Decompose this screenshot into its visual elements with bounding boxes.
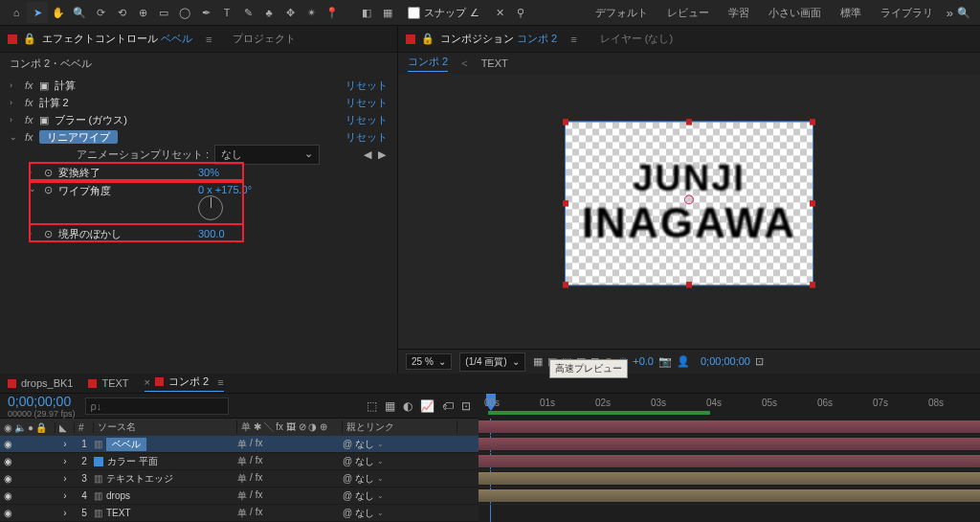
effect-row[interactable]: ›fx計算 2リセット [0,94,397,111]
tool-search-icon[interactable]: ⚲ [510,2,531,23]
fill-swatch-icon[interactable]: ◧ [356,2,377,23]
layer-bounding-box[interactable]: JUNJI INAGAWA [565,121,813,285]
resize-handle[interactable] [563,282,568,287]
clone-tool-icon[interactable]: ♣ [258,2,279,23]
label-col-icon[interactable]: ◣ [56,422,75,433]
prop-value[interactable]: 300.0 [198,228,225,239]
twirl-icon[interactable]: › [10,80,19,90]
crumb-active[interactable]: コンポ 2 [408,55,448,72]
shy-icon[interactable]: 单 [237,438,247,451]
roto-tool-icon[interactable]: ✴ [301,2,322,23]
eye-icon[interactable]: ◉ [4,508,12,518]
chevron-down-icon[interactable]: ⌄ [377,509,384,517]
twirl-icon[interactable]: › [63,473,66,484]
draft-3d-icon[interactable]: 🏷 [442,399,454,413]
timeline-search-input[interactable] [85,397,229,415]
show-snapshot-icon[interactable]: 👤 [677,355,690,368]
prop-value[interactable]: 30% [198,167,219,178]
prop-value[interactable]: 0 x +175.0° [198,184,252,195]
twirl-icon[interactable]: ⌄ [29,184,38,193]
lock-icon[interactable]: 🔒 [421,33,434,45]
reset-link[interactable]: リセット [345,79,388,93]
shy-icon[interactable]: ⬚ [367,399,377,413]
layer-tab-dim[interactable]: レイヤー (なし) [600,32,673,46]
preset-nav[interactable]: ◀ ▶ [364,148,388,161]
zoom-select[interactable]: 25 % ⌄ [406,353,452,370]
effect-row[interactable]: ›fx▣ブラー (ガウス)リセット [0,111,397,128]
twirl-icon[interactable]: ⌄ [10,132,19,142]
chevron-down-icon[interactable]: ⌄ [377,457,384,465]
fx-checkbox-icon[interactable]: ▣ [39,79,49,92]
snapshot-icon[interactable]: 📷 [658,355,672,368]
brush-tool-icon[interactable]: ✎ [237,2,258,23]
help-icon[interactable]: 🔍 [953,2,974,23]
twirl-icon[interactable]: › [10,115,19,125]
tool-x-icon[interactable]: ✕ [489,2,510,23]
parent-value[interactable]: なし [355,489,374,503]
twirl-icon[interactable]: › [63,456,66,466]
chevron-down-icon[interactable]: ⌄ [377,491,384,500]
timeline-tab-active[interactable]: ×コンポ 2≡ [145,374,224,392]
eye-icon[interactable]: ◉ [4,456,12,466]
eraser-tool-icon[interactable]: ✥ [279,2,301,23]
parent-value[interactable]: なし [355,507,374,520]
effect-controls-tab[interactable]: エフェクトコントロール ベベル [42,32,192,46]
twirl-icon[interactable]: › [63,508,66,518]
fx-icon[interactable]: fx [256,489,263,503]
pickwhip-icon[interactable]: @ [343,456,352,466]
motion-blur-icon[interactable]: ◐ [403,399,412,413]
resize-handle[interactable] [686,119,692,125]
rotate-tool-icon[interactable]: ⟲ [111,2,132,23]
layer-row[interactable]: ◉›4▥drops单/fx@なし⌄ [0,488,479,505]
panel-menu-icon[interactable]: ≡ [570,34,576,45]
workspace-more-icon[interactable]: » [947,6,953,20]
fx-icon[interactable]: fx [256,438,263,451]
twirl-icon[interactable]: › [10,98,19,107]
chevron-down-icon[interactable]: ⌄ [377,440,384,448]
anchor-point-icon[interactable] [684,194,694,204]
fx-icon[interactable]: fx [256,507,263,520]
pickwhip-icon[interactable]: @ [343,508,352,518]
preset-select[interactable]: なし ⌄ [214,145,320,165]
panel-menu-icon[interactable]: ≡ [206,34,212,45]
grid-icon[interactable]: ▦ [377,2,398,23]
current-timecode[interactable]: 0;00;00;00 [8,394,76,409]
resize-handle[interactable] [810,119,815,125]
track-row[interactable] [479,436,980,453]
lock-col-icon[interactable]: 🔒 [35,422,47,433]
selection-tool-icon[interactable]: ➤ [27,2,48,23]
hand-tool-icon[interactable]: ✋ [48,2,69,23]
parent-value[interactable]: なし [355,472,374,486]
layer-bar[interactable] [479,438,980,450]
parent-value[interactable]: なし [355,455,374,468]
shy-icon[interactable]: 单 [237,472,247,486]
orbit-tool-icon[interactable]: ⟳ [90,2,111,23]
zoom-tool-icon[interactable]: 🔍 [69,2,90,23]
layer-row[interactable]: ◉›5▥TEXT单/fx@なし⌄ [0,505,479,522]
track-row[interactable] [479,419,980,436]
prop-row-wipe-angle[interactable]: ⌄ ⊙ ワイプ角度 0 x +175.0° [0,182,397,220]
timeline-tab[interactable]: drops_BK1 [8,377,73,389]
resize-handle[interactable] [810,282,815,287]
twirl-icon[interactable]: › [29,168,38,177]
time-ruler[interactable]: 00s 01s 02s 03s 04s 05s 06s 07s 08s [479,394,980,418]
rect-tool-icon[interactable]: ▭ [153,2,174,23]
resolution-select[interactable]: (1/4 画質) ⌄ [459,352,525,372]
layer-bar[interactable] [479,455,980,467]
snap-toggle[interactable]: スナップ ∠ [408,6,479,20]
parent-value[interactable]: なし [355,438,374,451]
snap-chevron-icon[interactable]: ∠ [470,7,479,19]
lock-icon[interactable]: 🔒 [23,33,36,45]
resize-handle[interactable] [810,200,815,206]
resize-handle[interactable] [563,200,568,206]
layer-bar[interactable] [479,489,980,502]
workspace-learn[interactable]: 学習 [728,6,749,20]
layer-row[interactable]: ◉›1▥ベベル单/fx@なし⌄ [0,436,479,453]
pickwhip-icon[interactable]: @ [343,490,352,501]
eye-icon[interactable]: ◉ [4,439,12,449]
twirl-icon[interactable]: › [29,229,38,238]
transparency-grid-icon[interactable]: ▦ [533,355,543,368]
pickwhip-icon[interactable]: @ [343,439,352,449]
frame-blend-icon[interactable]: ▦ [385,399,395,413]
layer-row[interactable]: ◉›3▥テキストエッジ单/fx@なし⌄ [0,470,479,488]
